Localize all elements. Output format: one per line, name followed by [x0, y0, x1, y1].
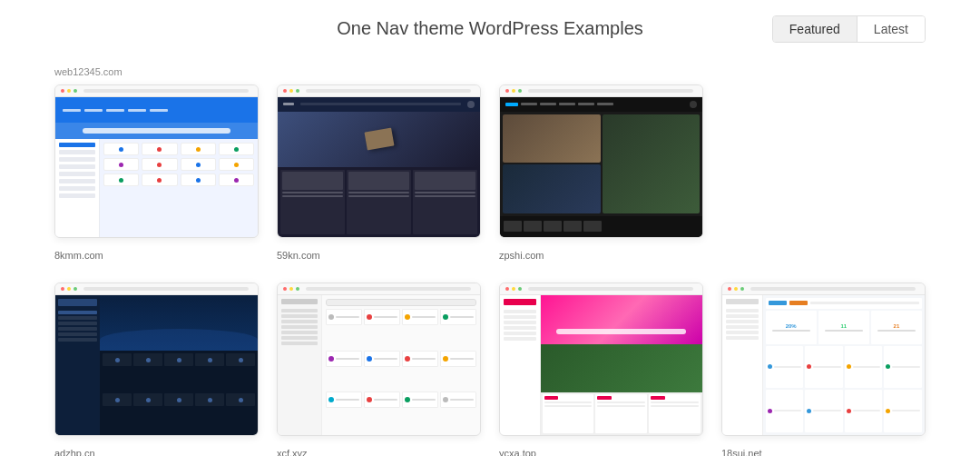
gallery-item-59kn: 59kn.com — [277, 84, 481, 261]
page-title: One Nav theme WordPress Examples — [337, 18, 643, 39]
browser-dot-yellow — [67, 89, 71, 93]
page-wrapper: One Nav theme WordPress Examples Feature… — [0, 0, 980, 456]
site-sidebar-xcf — [278, 295, 322, 434]
site-content-8kmm — [55, 97, 258, 236]
browser-bar — [55, 85, 258, 97]
site-content-adzhp — [55, 295, 258, 434]
screenshot-adzhp[interactable] — [54, 283, 259, 436]
site-main-ycxa — [541, 295, 702, 434]
browser-bar-zpshi — [500, 85, 702, 97]
section-label: web12345.com — [54, 66, 926, 77]
gallery-grid: 8kmm.com — [54, 84, 926, 456]
browser-bar-59kn — [278, 85, 480, 97]
tab-latest[interactable]: Latest — [858, 16, 925, 42]
browser-dot-red — [61, 89, 64, 93]
site-content-img-ycxa — [541, 344, 702, 393]
site-main-adzhp — [100, 295, 258, 434]
site-sidebar-adzhp — [55, 295, 100, 434]
site-news-grid-59kn — [278, 167, 480, 237]
gallery-item-xcf: xcf.xyz — [277, 283, 481, 456]
gallery-item-18sui: 20% 11 21 — [721, 283, 926, 456]
site-content-zpshi — [500, 97, 702, 236]
site-sidebar — [55, 139, 100, 236]
browser-bar-xcf — [278, 283, 480, 295]
gallery-item-zpshi: zpshi.com — [499, 84, 703, 261]
item-label-18sui: 18sui.net — [721, 448, 762, 457]
item-label-59kn: 59kn.com — [277, 250, 320, 261]
tab-group: Featured Latest — [772, 15, 926, 43]
item-label-ycxa: ycxa.top — [499, 448, 536, 457]
site-grid-xcf — [326, 309, 476, 431]
site-hero-59kn — [278, 112, 480, 167]
screenshot-zpshi[interactable] — [499, 84, 703, 238]
site-hero-ycxa — [541, 295, 702, 344]
gallery-item-ycxa: ycxa.top — [499, 283, 703, 456]
site-content-18sui: 20% 11 21 — [722, 295, 925, 434]
screenshot-xcf[interactable] — [277, 283, 481, 436]
site-search-bar — [55, 123, 258, 139]
item-label-xcf: xcf.xyz — [277, 448, 308, 457]
site-content-59kn — [278, 97, 480, 236]
item-label-8kmm: 8kmm.com — [54, 250, 103, 261]
screenshot-ycxa[interactable] — [499, 283, 703, 436]
site-content-xcf — [278, 295, 480, 434]
site-sidebar-ycxa — [500, 295, 541, 434]
screenshot-8kmm[interactable] — [54, 84, 259, 238]
header: One Nav theme WordPress Examples Feature… — [54, 18, 926, 39]
browser-dot-green — [74, 89, 77, 93]
browser-bar-18sui — [722, 283, 925, 295]
site-main-xcf — [322, 295, 480, 434]
site-grid-18sui — [766, 346, 922, 432]
browser-url — [83, 89, 249, 93]
browser-bar-adzhp — [55, 283, 258, 295]
site-content-ycxa — [500, 295, 702, 434]
gallery-item-adzhp: adzhp.cn — [54, 283, 259, 456]
site-hero-adzhp — [100, 295, 258, 351]
site-sidebar-18sui — [722, 295, 763, 434]
site-nav — [55, 97, 258, 123]
site-bottom-cards-ycxa — [541, 392, 702, 434]
site-topnav-59kn — [278, 97, 480, 111]
site-grid-adzhp — [100, 351, 258, 434]
screenshot-18sui[interactable]: 20% 11 21 — [721, 283, 926, 436]
browser-bar-ycxa — [500, 283, 702, 295]
tab-featured[interactable]: Featured — [773, 16, 858, 42]
screenshot-59kn[interactable] — [277, 84, 481, 238]
site-topbar-zpshi — [500, 97, 702, 111]
site-content-area-zpshi — [500, 112, 702, 216]
item-label-zpshi: zpshi.com — [499, 250, 544, 261]
item-label-adzhp: adzhp.cn — [54, 448, 95, 457]
site-top-bar-18sui — [766, 298, 922, 309]
gallery-item-8kmm: 8kmm.com — [54, 84, 259, 261]
site-main-18sui: 20% 11 21 — [763, 295, 925, 434]
site-stats-row: 20% 11 21 — [766, 311, 922, 344]
site-main — [100, 139, 258, 236]
sidebar-main — [55, 139, 258, 236]
site-bottom-bar-zpshi — [500, 216, 702, 237]
